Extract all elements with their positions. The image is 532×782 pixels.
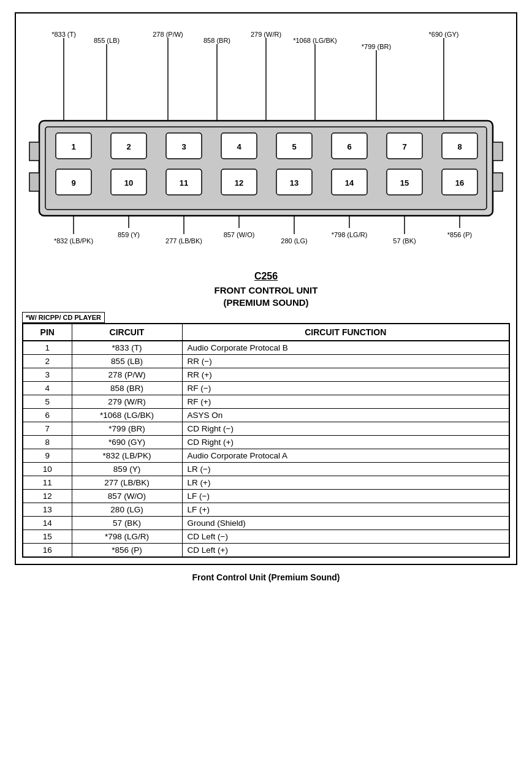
svg-text:277 (LB/BK): 277 (LB/BK) [165,237,202,245]
table-row: 3278 (P/W)RR (+) [23,368,509,382]
connector-name: FRONT CONTROL UNIT (PREMIUM SOUND) [22,284,510,308]
svg-text:*832 (LB/PK): *832 (LB/PK) [54,237,93,245]
svg-text:857 (W/O): 857 (W/O) [224,231,255,238]
cell-function: Audio Corporate Protocal B [182,341,509,355]
svg-rect-67 [29,173,39,191]
cell-function: CD Left (+) [182,544,509,558]
connector-id: C256 [22,271,510,282]
cell-function: RR (+) [182,368,509,382]
cell-circuit: *832 (LB/PK) [72,449,182,463]
cell-pin: 1 [23,341,72,355]
cell-function: ASYS On [182,409,509,422]
cell-circuit: 859 (Y) [72,463,182,476]
badge: *W/ RICPP/ CD PLAYER [22,312,105,323]
cell-pin: 15 [23,530,72,544]
cell-function: CD Left (−) [182,530,509,544]
svg-text:280 (LG): 280 (LG) [281,237,307,245]
cell-function: CD Right (+) [182,436,509,449]
cell-function: RF (+) [182,395,509,409]
title-section: C256 FRONT CONTROL UNIT (PREMIUM SOUND) [22,271,510,308]
col-header-function: CIRCUIT FUNCTION [182,324,509,341]
cell-pin: 2 [23,355,72,368]
svg-text:1: 1 [71,142,75,151]
table-row: 16*856 (P)CD Left (+) [23,544,509,558]
connector-diagram: *833 (T) 855 (LB) 278 (P/W) 858 (BR) 279… [22,26,510,252]
svg-text:12: 12 [235,178,243,188]
svg-text:859 (Y): 859 (Y) [118,231,140,238]
svg-text:*1068 (LG/BK): *1068 (LG/BK) [293,37,337,44]
table-row: 9*832 (LB/PK)Audio Corporate Protocal A [23,449,509,463]
svg-text:*690 (GY): *690 (GY) [429,31,459,38]
table-row: 11277 (LB/BK)LR (+) [23,476,509,490]
table-header-row: PIN CIRCUIT CIRCUIT FUNCTION [23,324,509,341]
cell-function: LR (+) [182,476,509,490]
cell-circuit: *856 (P) [72,544,182,558]
cell-pin: 14 [23,517,72,530]
cell-circuit: 279 (W/R) [72,395,182,409]
svg-text:*856 (P): *856 (P) [447,231,472,238]
cell-circuit: *833 (T) [72,341,182,355]
table-row: 5279 (W/R)RF (+) [23,395,509,409]
svg-text:16: 16 [455,178,464,188]
cell-function: LF (−) [182,490,509,503]
svg-text:279 (W/R): 279 (W/R) [251,31,281,38]
cell-pin: 16 [23,544,72,558]
svg-text:278 (P/W): 278 (P/W) [153,31,183,38]
cell-pin: 9 [23,449,72,463]
badge-row: *W/ RICPP/ CD PLAYER [22,312,510,323]
table-row: 2855 (LB)RR (−) [23,355,509,368]
cell-function: Audio Corporate Protocal A [182,449,509,463]
cell-circuit: 858 (BR) [72,382,182,395]
table-row: 8*690 (GY)CD Right (+) [23,436,509,449]
table-row: 15*798 (LG/R)CD Left (−) [23,530,509,544]
svg-text:4: 4 [237,142,241,151]
table-row: 1*833 (T)Audio Corporate Protocal B [23,341,509,355]
svg-text:15: 15 [400,178,409,188]
table-row: 4858 (BR)RF (−) [23,382,509,395]
svg-text:*798 (LG/R): *798 (LG/R) [332,231,368,238]
cell-function: RF (−) [182,382,509,395]
cell-pin: 7 [23,422,72,436]
svg-rect-68 [493,142,503,161]
cell-pin: 3 [23,368,72,382]
svg-text:7: 7 [402,142,406,151]
svg-text:57 (BK): 57 (BK) [393,237,416,245]
cell-circuit: *690 (GY) [72,436,182,449]
svg-rect-69 [493,173,503,191]
cell-pin: 6 [23,409,72,422]
cell-function: RR (−) [182,355,509,368]
svg-text:3: 3 [181,142,186,151]
table-row: 12857 (W/O)LF (−) [23,490,509,503]
svg-text:2: 2 [126,142,131,151]
cell-circuit: *798 (LG/R) [72,530,182,544]
svg-text:11: 11 [180,178,188,188]
cell-circuit: 278 (P/W) [72,368,182,382]
cell-circuit: 857 (W/O) [72,490,182,503]
footer-text: Front Control Unit (Premium Sound) [192,572,340,582]
svg-text:858 (BR): 858 (BR) [203,37,230,44]
cell-pin: 4 [23,382,72,395]
svg-rect-66 [29,142,39,161]
svg-text:*833 (T): *833 (T) [51,31,76,38]
cell-circuit: 277 (LB/BK) [72,476,182,490]
table-row: 1457 (BK)Ground (Shield) [23,517,509,530]
cell-pin: 5 [23,395,72,409]
connector-svg: *833 (T) 855 (LB) 278 (P/W) 858 (BR) 279… [27,26,505,252]
table-row: 7*799 (BR)CD Right (−) [23,422,509,436]
svg-text:9: 9 [71,178,75,188]
svg-text:10: 10 [124,178,133,188]
svg-text:*799 (BR): *799 (BR) [362,43,391,50]
svg-text:6: 6 [347,142,351,151]
cell-circuit: 280 (LG) [72,503,182,517]
pin-table: PIN CIRCUIT CIRCUIT FUNCTION 1*833 (T)Au… [22,323,510,558]
svg-text:5: 5 [292,142,296,151]
table-row: 10859 (Y)LR (−) [23,463,509,476]
svg-text:855 (LB): 855 (LB) [94,37,120,44]
svg-text:13: 13 [290,178,298,188]
cell-circuit: *1068 (LG/BK) [72,409,182,422]
cell-circuit: 855 (LB) [72,355,182,368]
cell-function: Ground (Shield) [182,517,509,530]
cell-pin: 10 [23,463,72,476]
table-row: 13280 (LG)LF (+) [23,503,509,517]
main-container: *833 (T) 855 (LB) 278 (P/W) 858 (BR) 279… [15,12,517,565]
